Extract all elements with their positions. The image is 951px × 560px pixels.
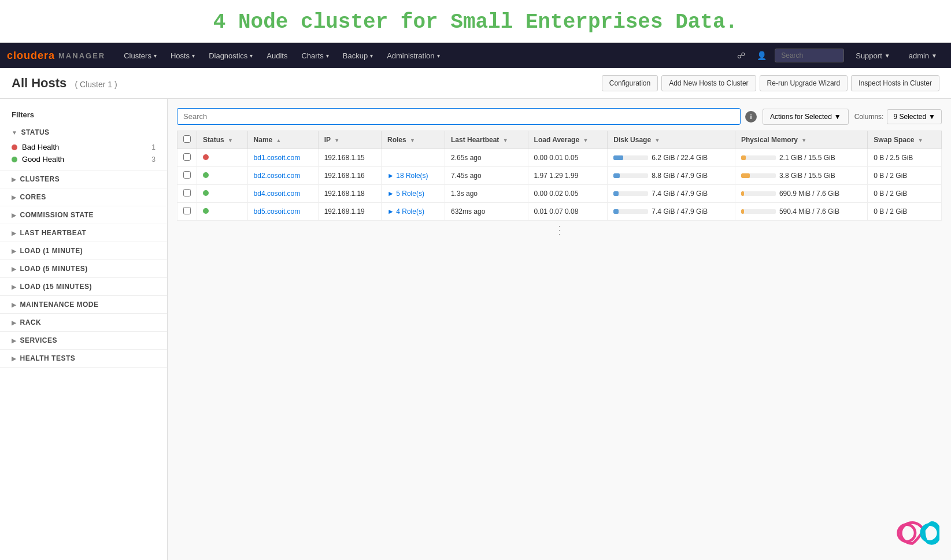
expand-arrow-icon: ▼ xyxy=(12,129,17,136)
row-checkbox-cell[interactable] xyxy=(177,203,197,221)
memory-progress: 590.4 MiB / 7.6 GiB xyxy=(741,207,861,216)
filter-header-health_tests[interactable]: ▶HEALTH TESTS xyxy=(0,350,167,367)
col-last-heartbeat[interactable]: Last Heartbeat ▼ xyxy=(445,131,528,149)
table-header: Status ▼ Name ▲ IP ▼ Roles ▼ Last Heartb… xyxy=(177,131,942,149)
filter-header-services[interactable]: ▶SERVICES xyxy=(0,332,167,349)
filter-header-clusters[interactable]: ▶CLUSTERS xyxy=(0,170,167,188)
nav-item-charts[interactable]: Charts ▾ xyxy=(294,43,335,68)
banner-text: 4 Node cluster for Small Enterprises Dat… xyxy=(213,10,738,34)
roles-link[interactable]: ► 5 Role(s) xyxy=(387,190,439,198)
row-roles-cell[interactable]: ► 18 Role(s) xyxy=(382,167,445,185)
brand-logo[interactable]: cloudera MANAGER xyxy=(7,50,105,62)
rerun-wizard-button[interactable]: Re-run Upgrade Wizard xyxy=(760,75,848,91)
col-ip[interactable]: IP ▼ xyxy=(318,131,381,149)
nav-item-audits[interactable]: Audits xyxy=(260,43,294,68)
roles-link[interactable]: ► 4 Role(s) xyxy=(387,207,439,216)
nav-item-backup[interactable]: Backup ▾ xyxy=(336,43,380,68)
filter-header-maintenance_mode[interactable]: ➤▶MAINTENANCE MODE xyxy=(0,296,167,313)
admin-menu[interactable]: admin▼ xyxy=(902,43,944,68)
filter-section-load_15: ▶LOAD (15 MINUTES) xyxy=(0,278,167,296)
nav-item-clusters[interactable]: Clusters ▾ xyxy=(117,43,164,68)
select-all-checkbox[interactable] xyxy=(183,135,191,143)
disk-value: 8.8 GiB / 47.9 GiB xyxy=(652,172,708,180)
top-banner: 4 Node cluster for Small Enterprises Dat… xyxy=(0,0,951,43)
row-roles-cell xyxy=(382,149,445,167)
row-name-cell[interactable]: bd4.cosoit.com xyxy=(247,185,318,203)
filter-item[interactable]: Bad Health1 xyxy=(12,141,156,153)
memory-value: 690.9 MiB / 7.6 GiB xyxy=(779,190,839,198)
col-swap-space[interactable]: Swap Space ▼ xyxy=(868,131,942,149)
row-load-cell: 0.01 0.07 0.08 xyxy=(528,203,608,221)
support-menu[interactable]: Support▼ xyxy=(849,43,897,68)
nav-item-diagnostics[interactable]: Diagnostics ▾ xyxy=(202,43,260,68)
col-physical-memory[interactable]: Physical Memory ▼ xyxy=(735,131,867,149)
inspect-hosts-button[interactable]: Inspect Hosts in Cluster xyxy=(851,75,939,91)
nav-search-input[interactable] xyxy=(775,49,844,62)
memory-fill xyxy=(741,191,744,196)
row-roles-cell[interactable]: ► 5 Role(s) xyxy=(382,185,445,203)
nav-item-administration[interactable]: Administration ▾ xyxy=(380,43,446,68)
table-row: bd4.cosoit.com192.168.1.18► 5 Role(s)1.3… xyxy=(177,185,942,203)
filter-item-label: Bad Health xyxy=(22,143,59,151)
select-all-header[interactable] xyxy=(177,131,197,149)
row-name-cell[interactable]: bd2.cosoit.com xyxy=(247,167,318,185)
add-hosts-button[interactable]: Add New Hosts to Cluster xyxy=(661,75,756,91)
filter-header-load_5[interactable]: ▶LOAD (5 MINUTES) xyxy=(0,260,167,277)
row-memory-cell: 690.9 MiB / 7.6 GiB xyxy=(735,185,867,203)
roles-link[interactable]: ► 18 Role(s) xyxy=(387,172,439,180)
row-checkbox-cell[interactable] xyxy=(177,167,197,185)
col-status[interactable]: Status ▼ xyxy=(197,131,248,149)
row-status-cell xyxy=(197,203,248,221)
row-checkbox-cell[interactable] xyxy=(177,149,197,167)
navbar-right: ☍ 👤 Support▼ admin▼ xyxy=(734,43,944,68)
filter-header-last_heartbeat[interactable]: ▶LAST HEARTBEAT xyxy=(0,224,167,242)
col-load-average[interactable]: Load Average ▼ xyxy=(528,131,608,149)
row-checkbox[interactable] xyxy=(183,189,191,196)
user-icon[interactable]: 👤 xyxy=(753,50,770,61)
filter-header-load_1[interactable]: ▶LOAD (1 MINUTE) xyxy=(0,242,167,259)
row-checkbox[interactable] xyxy=(183,171,191,179)
row-name-cell[interactable]: bd5.cosoit.com xyxy=(247,203,318,221)
expand-arrow-icon: ▶ xyxy=(12,194,17,201)
columns-selected-button[interactable]: 9 Selected ▼ xyxy=(887,109,942,124)
expand-arrow-icon: ▶ xyxy=(12,320,17,326)
nav-item-hosts[interactable]: Hosts ▾ xyxy=(164,43,202,68)
disk-fill xyxy=(613,191,619,196)
filter-section-commission_state: ▶COMMISSION STATE xyxy=(0,206,167,224)
row-checkbox[interactable] xyxy=(183,153,191,161)
search-info-icon[interactable]: i xyxy=(745,111,757,123)
cluster-label: ( Cluster 1 ) xyxy=(75,80,117,89)
filter-header-rack[interactable]: ▶RACK xyxy=(0,314,167,331)
filter-section-label: LAST HEARTBEAT xyxy=(20,229,87,237)
filter-header-commission_state[interactable]: ▶COMMISSION STATE xyxy=(0,206,167,224)
filter-section-last_heartbeat: ▶LAST HEARTBEAT xyxy=(0,224,167,242)
notifications-icon[interactable]: ☍ xyxy=(734,50,749,61)
filter-header-cores[interactable]: ▶CORES xyxy=(0,188,167,206)
filter-header-load_15[interactable]: ▶LOAD (15 MINUTES) xyxy=(0,278,167,295)
row-roles-cell[interactable]: ► 4 Role(s) xyxy=(382,203,445,221)
row-checkbox[interactable] xyxy=(183,207,191,214)
row-checkbox-cell[interactable] xyxy=(177,185,197,203)
configuration-button[interactable]: Configuration xyxy=(602,75,658,91)
disk-bar xyxy=(613,191,648,196)
host-link[interactable]: bd5.cosoit.com xyxy=(254,207,301,216)
host-link[interactable]: bd1.cosoit.com xyxy=(254,154,301,162)
row-heartbeat-cell: 632ms ago xyxy=(445,203,528,221)
actions-for-selected-button[interactable]: Actions for Selected ▼ xyxy=(763,109,849,125)
filter-section-label: MAINTENANCE MODE xyxy=(20,301,99,309)
search-input[interactable] xyxy=(177,108,741,125)
col-roles[interactable]: Roles ▼ xyxy=(382,131,445,149)
memory-fill xyxy=(741,173,750,178)
host-link[interactable]: bd4.cosoit.com xyxy=(254,190,301,198)
col-disk-usage[interactable]: Disk Usage ▼ xyxy=(608,131,735,149)
col-name[interactable]: Name ▲ xyxy=(247,131,318,149)
filter-item[interactable]: Good Health3 xyxy=(12,153,156,165)
row-heartbeat-cell: 2.65s ago xyxy=(445,149,528,167)
brand-manager: MANAGER xyxy=(58,51,105,60)
disk-progress: 8.8 GiB / 47.9 GiB xyxy=(613,172,729,180)
page-title: All Hosts ( Cluster 1 ) xyxy=(12,76,117,90)
row-name-cell[interactable]: bd1.cosoit.com xyxy=(247,149,318,167)
filter-section-label: HEALTH TESTS xyxy=(20,354,76,362)
filter-header-status[interactable]: ▼STATUS xyxy=(0,124,167,141)
host-link[interactable]: bd2.cosoit.com xyxy=(254,172,301,180)
